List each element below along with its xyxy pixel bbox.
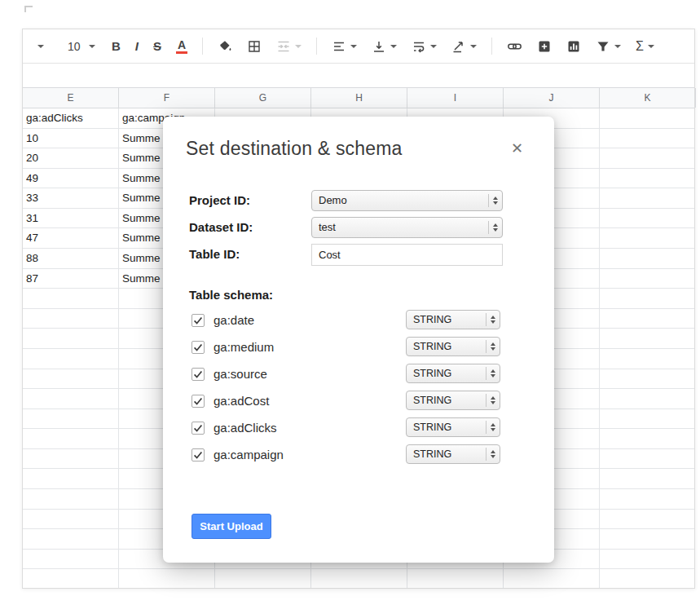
- schema-type-select[interactable]: STRING: [406, 310, 500, 329]
- checkbox-checked[interactable]: [192, 422, 205, 435]
- schema-type-select[interactable]: STRING: [406, 391, 500, 410]
- borders-button[interactable]: [244, 35, 264, 58]
- sheet-cell[interactable]: [23, 409, 119, 429]
- sheet-cell[interactable]: ga:adClicks: [23, 108, 119, 128]
- sheet-cell[interactable]: [600, 510, 694, 529]
- sheet-cell[interactable]: [600, 289, 694, 308]
- sheet-cell[interactable]: [23, 429, 119, 448]
- sheet-cell[interactable]: 10: [23, 129, 119, 148]
- schema-type-select[interactable]: STRING: [406, 364, 500, 383]
- sheet-cell[interactable]: [600, 269, 694, 289]
- sheet-cell[interactable]: [23, 469, 119, 488]
- sheet-cell[interactable]: [407, 569, 504, 588]
- sheet-cell[interactable]: [23, 349, 119, 369]
- sheet-cell[interactable]: [600, 529, 694, 549]
- filter-button[interactable]: [593, 35, 623, 58]
- sheet-cell[interactable]: [23, 449, 119, 469]
- sheet-cell[interactable]: [600, 309, 694, 329]
- filter-icon: [596, 39, 610, 54]
- sheet-cell[interactable]: [600, 429, 694, 448]
- sheet-cell[interactable]: 49: [23, 169, 119, 188]
- text-color-button[interactable]: A: [174, 35, 190, 58]
- sheet-cell[interactable]: [600, 349, 694, 369]
- sheet-cell[interactable]: [119, 569, 215, 588]
- select-spinner-icon: [488, 194, 498, 207]
- chevron-down-icon: [89, 45, 95, 48]
- sheet-cell[interactable]: [23, 550, 119, 569]
- merge-cells-button[interactable]: [274, 35, 304, 58]
- horizontal-align-button[interactable]: [329, 35, 359, 58]
- sheet-cell[interactable]: [600, 169, 694, 188]
- italic-icon: I: [135, 39, 139, 53]
- checkbox-checked[interactable]: [192, 368, 205, 381]
- column-header-k[interactable]: K: [600, 88, 696, 108]
- column-header-e[interactable]: E: [23, 88, 119, 108]
- vertical-align-button[interactable]: [369, 35, 399, 58]
- sheet-cell[interactable]: [600, 550, 694, 569]
- insert-comment-button[interactable]: [535, 35, 554, 58]
- sheet-cell[interactable]: 88: [23, 249, 119, 268]
- bold-button[interactable]: B: [109, 35, 123, 58]
- sheet-cell[interactable]: 20: [23, 148, 119, 168]
- schema-row: ga:adClicks STRING: [192, 414, 526, 441]
- sheet-cell[interactable]: [600, 108, 694, 128]
- sheet-cell[interactable]: [504, 569, 600, 588]
- sheet-cell[interactable]: [600, 469, 694, 488]
- strikethrough-button[interactable]: S: [151, 35, 164, 58]
- sheet-cell[interactable]: [23, 389, 119, 408]
- sheet-cell[interactable]: [600, 409, 694, 429]
- font-size-select[interactable]: 10: [64, 35, 99, 58]
- table-id-input[interactable]: Cost: [311, 244, 503, 266]
- sheet-cell[interactable]: [23, 489, 119, 509]
- sheet-cell[interactable]: [23, 529, 119, 549]
- text-wrap-button[interactable]: [409, 35, 439, 58]
- toolbar-more-dropdown[interactable]: [36, 35, 46, 58]
- column-header-j[interactable]: J: [504, 88, 600, 108]
- sheet-cell[interactable]: [600, 188, 694, 208]
- fill-color-button[interactable]: [215, 35, 235, 58]
- insert-link-button[interactable]: [504, 35, 525, 58]
- sheet-cell[interactable]: [23, 369, 119, 389]
- sheet-cell[interactable]: 31: [23, 209, 119, 228]
- sheet-cell[interactable]: [600, 329, 694, 348]
- column-header-g[interactable]: G: [215, 88, 311, 108]
- sheet-cell[interactable]: [23, 569, 119, 588]
- start-upload-button[interactable]: Start Upload: [192, 514, 271, 539]
- sheet-cell[interactable]: 47: [23, 228, 119, 248]
- sheet-cell[interactable]: [600, 148, 694, 168]
- sheet-cell[interactable]: 87: [23, 269, 119, 289]
- sheet-cell[interactable]: [311, 569, 407, 588]
- sheet-cell[interactable]: [600, 228, 694, 248]
- sheet-cell[interactable]: [215, 569, 311, 588]
- sheet-cell[interactable]: [23, 289, 119, 308]
- close-icon[interactable]: ✕: [511, 141, 523, 156]
- checkbox-checked[interactable]: [192, 395, 205, 408]
- sheet-cell[interactable]: [600, 569, 694, 588]
- checkbox-checked[interactable]: [192, 448, 205, 461]
- sheet-cell[interactable]: [23, 309, 119, 329]
- column-header-f[interactable]: F: [119, 88, 215, 108]
- sheet-cell[interactable]: [600, 369, 694, 389]
- sheet-cell[interactable]: 33: [23, 188, 119, 208]
- schema-type-select[interactable]: STRING: [406, 337, 500, 356]
- insert-chart-button[interactable]: [564, 35, 583, 58]
- italic-button[interactable]: I: [133, 35, 141, 58]
- sheet-cell[interactable]: [600, 489, 694, 509]
- project-id-select[interactable]: Demo: [311, 190, 503, 211]
- sheet-cell[interactable]: [600, 129, 694, 148]
- column-header-i[interactable]: I: [407, 88, 504, 108]
- checkbox-checked[interactable]: [192, 341, 205, 354]
- text-rotation-button[interactable]: [449, 35, 479, 58]
- sheet-cell[interactable]: [600, 389, 694, 408]
- sheet-cell[interactable]: [23, 510, 119, 529]
- sheet-cell[interactable]: [600, 249, 694, 268]
- sheet-cell[interactable]: [600, 449, 694, 469]
- checkbox-checked[interactable]: [192, 314, 205, 327]
- dataset-id-select[interactable]: test: [311, 217, 503, 238]
- schema-type-select[interactable]: STRING: [406, 444, 500, 464]
- sheet-cell[interactable]: [600, 209, 694, 228]
- functions-button[interactable]: Σ: [633, 35, 657, 58]
- sheet-cell[interactable]: [23, 329, 119, 348]
- schema-type-select[interactable]: STRING: [406, 417, 500, 437]
- column-header-h[interactable]: H: [311, 88, 407, 108]
